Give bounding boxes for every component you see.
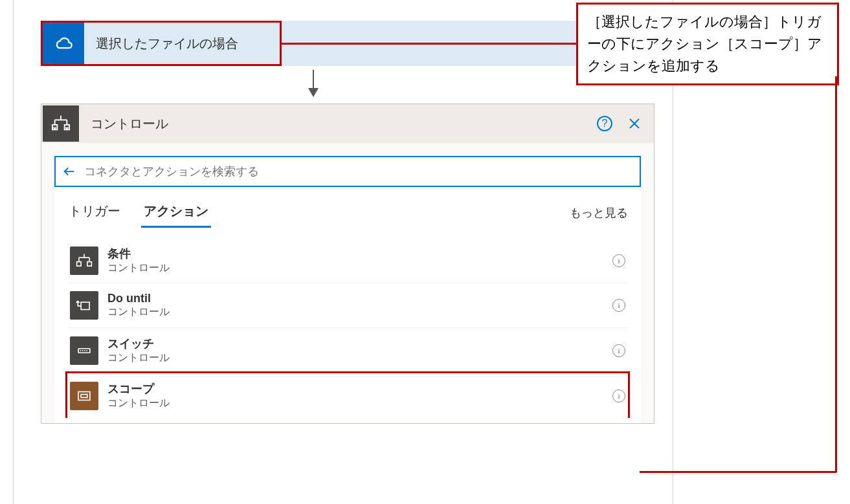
action-item-condition[interactable]: 条件 コントロール i <box>67 238 628 283</box>
action-title: Do until <box>107 292 612 305</box>
panel-title: コントロール <box>91 115 597 133</box>
info-icon[interactable]: i <box>612 389 625 402</box>
svg-rect-13 <box>77 261 82 266</box>
svg-rect-22 <box>81 394 87 397</box>
action-list: 条件 コントロール i Do until <box>54 238 641 423</box>
tab-actions[interactable]: アクション <box>142 199 210 226</box>
annotation-text: ［選択したファイルの場合］トリガーの下にアクション［スコープ］アクションを追加す… <box>587 14 822 74</box>
tab-triggers[interactable]: トリガー <box>67 199 122 226</box>
trigger-title: 選択したファイルの場合 <box>96 35 238 52</box>
action-sub: コントロール <box>107 397 612 410</box>
action-item-switch[interactable]: スイッチ コントロール i <box>67 328 628 373</box>
action-title: スイッチ <box>107 336 612 351</box>
condition-icon <box>70 247 98 275</box>
annotation-connector <box>640 471 836 473</box>
do-until-icon <box>70 291 98 320</box>
panel-header: コントロール ? <box>41 104 654 143</box>
action-picker-panel: コントロール ? <box>41 104 654 424</box>
panel-body: トリガー アクション もっと見る <box>54 156 641 423</box>
flow-canvas: 選択したファイルの場合 コントロール ? <box>13 0 673 504</box>
scope-icon <box>70 382 98 410</box>
svg-rect-14 <box>87 261 92 266</box>
search-row[interactable] <box>54 156 641 187</box>
see-more-link[interactable]: もっと見る <box>570 205 628 221</box>
onedrive-icon <box>43 23 84 64</box>
flow-arrow-down-icon <box>313 70 314 96</box>
action-item-scope[interactable]: スコープ コントロール i <box>65 371 630 418</box>
back-arrow-icon[interactable] <box>62 164 76 179</box>
action-item-do-until[interactable]: Do until コントロール i <box>67 283 628 328</box>
action-sub: コントロール <box>107 261 612 275</box>
action-title: スコープ <box>107 381 612 397</box>
action-title: 条件 <box>107 246 612 261</box>
svg-rect-21 <box>78 391 90 400</box>
trigger-card[interactable]: 選択したファイルの場合 <box>41 21 282 66</box>
svg-rect-15 <box>81 302 89 309</box>
control-icon <box>43 105 79 142</box>
annotation-callout: ［選択したファイルの場合］トリガーの下にアクション［スコープ］アクションを追加す… <box>576 3 839 85</box>
search-input[interactable] <box>83 164 633 179</box>
info-icon[interactable]: i <box>612 344 625 357</box>
close-icon[interactable] <box>628 117 641 130</box>
info-icon[interactable]: i <box>612 299 625 312</box>
tabs: トリガー アクション もっと見る <box>54 199 641 226</box>
action-sub: コントロール <box>107 305 612 319</box>
info-icon[interactable]: i <box>612 254 625 267</box>
switch-icon <box>70 336 98 365</box>
annotation-connector <box>835 76 837 472</box>
annotation-connector <box>268 43 576 45</box>
help-icon[interactable]: ? <box>597 116 612 131</box>
action-sub: コントロール <box>107 351 612 365</box>
